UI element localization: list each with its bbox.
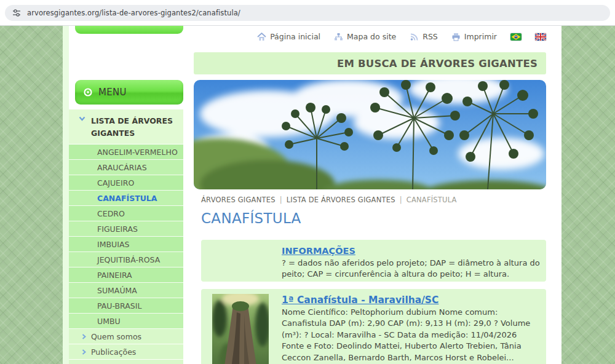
browser-chrome: arvoresgigantes.org/lista-de-arvores-gig… <box>0 0 615 26</box>
brazil-flag[interactable] <box>510 33 522 41</box>
sidebar-item-cedro[interactable]: CEDRO <box>69 206 183 221</box>
entry-title-link[interactable]: 1ª Canafístula - Maravilha/SC <box>282 295 438 306</box>
banner-photo-araucarias <box>194 80 546 189</box>
printer-icon <box>451 33 461 41</box>
sidebar-item-angelim-vermelho[interactable]: ANGELIM-VERMELHO <box>69 144 183 160</box>
breadcrumb-item-list[interactable]: LISTA DE ÁRVORES GIGANTES <box>287 196 395 204</box>
page-background: Página inicial Mapa do site RSS <box>0 26 615 364</box>
info-box-text: ? = dados não aferidos pelo projeto; DAP… <box>282 258 540 280</box>
sidebar-item-imbuias[interactable]: IMBUIAS <box>69 237 183 252</box>
nav-rss-label: RSS <box>423 32 438 41</box>
breadcrumb-separator: | <box>400 196 402 204</box>
sidebar-item-publicacoes[interactable]: Publicações <box>69 344 183 360</box>
nav-home-label: Página inicial <box>270 32 320 41</box>
sidebar-item-pau-brasil[interactable]: PAU-BRASIL <box>69 298 183 314</box>
sidebar-item-label: Quem somos <box>91 332 141 341</box>
uk-flag[interactable] <box>535 33 546 41</box>
nav-home-link[interactable]: Página inicial <box>257 32 320 41</box>
page-title: CANAFÍSTULA <box>201 210 301 226</box>
nav-sitemap-label: Mapa do site <box>347 32 396 41</box>
breadcrumb-separator: | <box>280 196 282 204</box>
breadcrumb-item-current: CANAFÍSTULA <box>407 196 457 204</box>
menu-title: MENU <box>98 87 127 98</box>
menu-button[interactable]: MENU <box>75 80 183 105</box>
sidebar: MENU LISTA DE ÁRVORES GIGANTES ANGELIM-V… <box>69 80 183 364</box>
sidebar-section-lista-de-arvores-gigantes[interactable]: LISTA DE ÁRVORES GIGANTES <box>69 109 183 144</box>
entry-description: Nome Científico: Peltophorium dubium Nom… <box>282 307 540 363</box>
info-box: INFORMAÇÕES ? = dados não aferidos pelo … <box>201 240 546 282</box>
sidebar-item-quem-somos[interactable]: Quem somos <box>69 329 183 344</box>
chevron-right-icon <box>82 334 86 339</box>
site-tagline-bar: EM BUSCA DE ÁRVORES GIGANTES <box>194 52 546 74</box>
sidebar-item-label: Publicações <box>91 347 136 357</box>
chevron-right-icon <box>82 349 86 355</box>
entry-thumbnail-photo[interactable] <box>212 294 269 364</box>
menu-list: LISTA DE ÁRVORES GIGANTES ANGELIM-VERMEL… <box>69 109 183 364</box>
sitemap-icon <box>334 33 343 41</box>
chevron-down-icon <box>79 116 85 121</box>
utility-nav: Página inicial Mapa do site RSS <box>257 32 546 41</box>
address-bar[interactable]: arvoresgigantes.org/lista-de-arvores-gig… <box>5 5 610 21</box>
nav-print-label: Imprimir <box>464 32 497 41</box>
nav-sitemap-link[interactable]: Mapa do site <box>334 32 396 41</box>
sidebar-item-canafistula[interactable]: CANAFÍSTULA <box>69 191 183 206</box>
entry-card: 1ª Canafístula - Maravilha/SC Nome Cient… <box>201 289 546 364</box>
site-settings-icon[interactable] <box>12 9 21 17</box>
section-header-label: LISTA DE ÁRVORES GIGANTES <box>91 116 173 138</box>
site-logo-partial[interactable] <box>75 26 183 34</box>
rss-icon <box>410 33 419 41</box>
sidebar-item-sumauma[interactable]: SUMAÚMA <box>69 283 183 298</box>
sidebar-item-projetos[interactable]: Projetos <box>69 360 183 364</box>
site-tagline: EM BUSCA DE ÁRVORES GIGANTES <box>337 58 538 69</box>
sidebar-item-paineira[interactable]: PAINEIRA <box>69 267 183 283</box>
nav-rss-link[interactable]: RSS <box>410 32 438 41</box>
sidebar-item-figueiras[interactable]: FIGUEIRAS <box>69 221 183 237</box>
menu-bullet-icon <box>84 88 92 97</box>
breadcrumb: ÁRVORES GIGANTES|LISTA DE ÁRVORES GIGANT… <box>201 196 457 204</box>
sidebar-item-araucarias[interactable]: ARAUCÁRIAS <box>69 160 183 175</box>
home-icon <box>257 33 266 41</box>
url-text[interactable]: arvoresgigantes.org/lista-de-arvores-gig… <box>27 9 240 17</box>
nav-print-link[interactable]: Imprimir <box>451 32 497 41</box>
sidebar-item-jequitiba-rosa[interactable]: JEQUITIBÁ-ROSA <box>69 252 183 267</box>
sidebar-item-umbu[interactable]: UMBU <box>69 314 183 329</box>
sidebar-item-cajueiro[interactable]: CAJUEIRO <box>69 175 183 191</box>
breadcrumb-item-home[interactable]: ÁRVORES GIGANTES <box>201 196 276 204</box>
info-box-link[interactable]: INFORMAÇÕES <box>282 246 355 256</box>
